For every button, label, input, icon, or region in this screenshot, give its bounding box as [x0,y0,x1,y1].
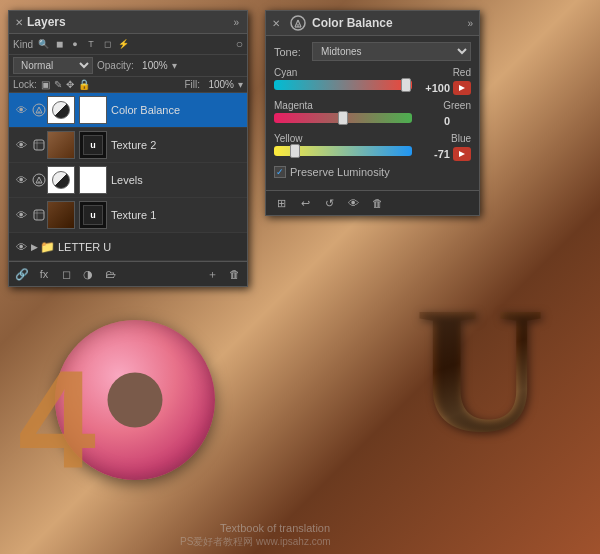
slider-cyan-red-track[interactable] [274,80,412,90]
filter-icon-smart[interactable]: ⚡ [116,37,130,51]
svg-point-0 [33,104,45,116]
lock-icon-move[interactable]: ✥ [66,79,74,90]
group-collapse-arrow[interactable]: ▶ [31,242,38,252]
props-btn-visibility[interactable]: 👁 [344,194,362,212]
layers-panel-title: Layers [27,15,66,29]
properties-panel-menu-btn[interactable]: » [467,18,473,29]
toolbar-delete-btn[interactable]: 🗑 [225,265,243,283]
layer-thumb-texture1 [47,201,75,229]
properties-panel: ✕ Color Balance » Tone: Shadows Midtones… [265,10,480,216]
properties-close-btn[interactable]: ✕ [272,18,280,29]
props-btn-delete[interactable]: 🗑 [368,194,386,212]
slider-yellow-blue-section: Yellow Blue -71 [274,133,471,162]
opacity-label: Opacity: [97,60,134,71]
fill-arrow[interactable]: ▾ [238,79,243,90]
layers-bottom-toolbar: 🔗 fx ◻ ◑ 🗁 ＋ 🗑 [9,261,247,286]
tone-label: Tone: [274,46,306,58]
lock-icon-checkerboard[interactable]: ▣ [41,79,50,90]
layer-extra-icon-texture2 [31,137,47,153]
filter-kind-label: Kind [13,39,33,50]
slider-magenta-green-track[interactable] [274,113,412,123]
svg-rect-13 [34,210,44,220]
slider-cyan-red-thumb[interactable] [401,78,411,92]
layer-group-letter-u[interactable]: 👁 ▶ 📁 LETTER U [9,233,247,261]
svg-rect-5 [34,140,44,150]
filter-toggle[interactable]: ○ [236,37,243,51]
svg-point-16 [291,16,305,30]
layer-item-color-balance[interactable]: 👁 Color Balance [9,93,247,128]
layer-eye-texture1[interactable]: 👁 [13,207,29,223]
watermark-2: PS爱好者教程网 www.ipsahz.com [180,535,331,549]
layer-thumb-levels [47,166,75,194]
group-name: LETTER U [58,241,243,253]
yellow-blue-value: -71 [416,148,450,160]
yellow-blue-indicator [453,147,471,161]
red-label: Red [453,67,471,78]
slider-yellow-blue-track[interactable] [274,146,412,156]
props-btn-reset[interactable]: ↺ [320,194,338,212]
slider-cyan-red-labels: Cyan Red [274,67,471,78]
opacity-value: 100% [138,60,168,71]
filter-icon-type[interactable]: T [84,37,98,51]
layer-mask-levels [79,166,107,194]
svg-marker-21 [459,85,465,91]
slider-magenta-green-section: Magenta Green 0 [274,100,471,129]
layer-eye-color-balance[interactable]: 👁 [13,102,29,118]
filter-icon-shape[interactable]: ◻ [100,37,114,51]
properties-balance-icon [290,15,306,31]
toolbar-fx-btn[interactable]: fx [35,265,53,283]
layer-item-texture1[interactable]: 👁 u Texture 1 [9,198,247,233]
blue-label: Blue [451,133,471,144]
layer-item-levels[interactable]: 👁 Levels [9,163,247,198]
layer-eye-levels[interactable]: 👁 [13,172,29,188]
toolbar-group-btn[interactable]: 🗁 [101,265,119,283]
layer-thumb-color-balance [47,96,75,124]
layer-eye-texture2[interactable]: 👁 [13,137,29,153]
layers-panel-header: ✕ Layers » [9,11,247,34]
toolbar-new-layer-btn[interactable]: ＋ [203,265,221,283]
toolbar-link-btn[interactable]: 🔗 [13,265,31,283]
preserve-luminosity-checkbox[interactable]: ✓ [274,166,286,178]
properties-panel-title: Color Balance [312,16,461,30]
filter-icon-search[interactable]: 🔍 [36,37,50,51]
slider-yellow-blue-container: -71 [274,146,471,162]
layer-extra-icon-levels [31,172,47,188]
tone-select[interactable]: Shadows Midtones Highlights [312,42,471,61]
layer-thumb-texture2 [47,131,75,159]
layer-mask-texture2: u [79,131,107,159]
slider-yellow-blue-wrapper [274,146,412,162]
cyan-label: Cyan [274,67,297,78]
preserve-luminosity-label: Preserve Luminosity [290,166,390,178]
green-label: Green [443,100,471,111]
props-btn-prev[interactable]: ↩ [296,194,314,212]
slider-cyan-red-section: Cyan Red +100 [274,67,471,96]
number-four: 4 [18,350,96,490]
toolbar-mask-btn[interactable]: ◻ [57,265,75,283]
props-btn-clip[interactable]: ⊞ [272,194,290,212]
lock-label: Lock: [13,79,37,90]
layer-item-texture2[interactable]: 👁 u Texture 2 [9,128,247,163]
slider-yellow-blue-thumb[interactable] [290,144,300,158]
filter-icon-pixel[interactable]: ◼ [52,37,66,51]
layers-panel-menu-btn[interactable]: » [231,16,241,29]
slider-magenta-green-labels: Magenta Green [274,100,471,111]
slider-magenta-green-wrapper [274,113,412,129]
magenta-green-indicator-empty [453,114,471,128]
magenta-label: Magenta [274,100,313,111]
lock-icon-all[interactable]: 🔒 [78,79,90,90]
svg-point-8 [33,174,45,186]
toolbar-adjustment-btn[interactable]: ◑ [79,265,97,283]
blend-mode-select[interactable]: Normal Multiply Screen [13,57,93,74]
fill-label: Fill: [184,79,200,90]
blend-mode-row: Normal Multiply Screen Opacity: 100% ▾ [9,55,247,77]
layer-group-eye[interactable]: 👁 [13,239,29,255]
fill-value: 100% [204,79,234,90]
properties-panel-header: ✕ Color Balance » [266,11,479,36]
layers-close-btn[interactable]: ✕ [15,17,23,28]
slider-magenta-green-thumb[interactable] [338,111,348,125]
slider-yellow-blue-labels: Yellow Blue [274,133,471,144]
preserve-luminosity-row: ✓ Preserve Luminosity [274,166,471,178]
lock-icon-paint[interactable]: ✎ [54,79,62,90]
opacity-arrow[interactable]: ▾ [172,60,177,71]
filter-icon-adjustment[interactable]: ● [68,37,82,51]
